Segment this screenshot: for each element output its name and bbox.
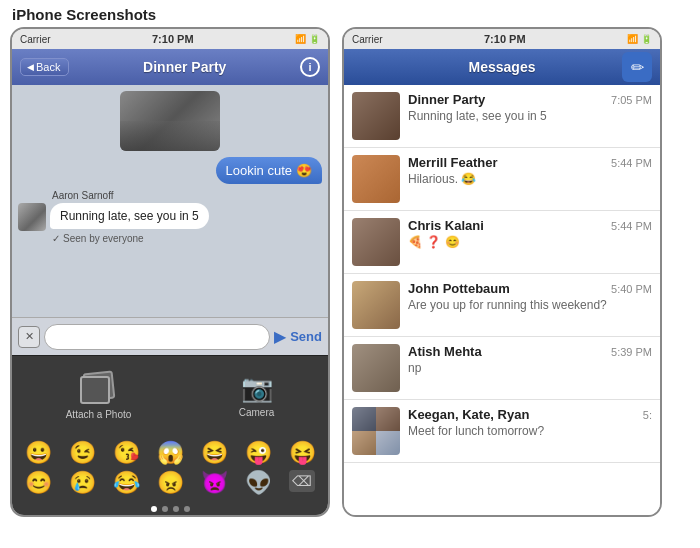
- wifi-icon: 📶: [295, 34, 306, 44]
- emoji-4[interactable]: 😱: [157, 440, 184, 466]
- avatar-image-4: [352, 281, 400, 329]
- page-dots: [12, 503, 328, 515]
- emoji-delete-button[interactable]: ⌫: [289, 470, 315, 492]
- emoji-7[interactable]: 😝: [289, 440, 316, 466]
- left-carrier: Carrier: [20, 34, 51, 45]
- av6-3: [352, 431, 376, 455]
- avatar-image-2: [352, 155, 400, 203]
- dot-4: [184, 506, 190, 512]
- clear-button[interactable]: ✕: [18, 326, 40, 348]
- camera-icon: 📷: [241, 373, 273, 404]
- right-time: 7:10 PM: [484, 33, 526, 45]
- msg-name-2: Merrill Feather: [408, 155, 498, 170]
- seen-text: Seen by everyone: [52, 233, 322, 244]
- avatar-image-1: [352, 92, 400, 140]
- emoji-tray: 😀 😉 😘 😱 😆 😜 😝 😊 😢 😂 😠 👿 👽 ⌫: [12, 435, 328, 503]
- emoji-10[interactable]: 😂: [113, 470, 140, 496]
- msg-header-4: John Pottebaum 5:40 PM: [408, 281, 652, 296]
- compose-button[interactable]: ✏: [622, 52, 652, 82]
- avatar-image: [18, 203, 46, 231]
- message-item-chris[interactable]: Chris Kalani 5:44 PM 🍕 ❓ 😊: [344, 211, 660, 274]
- avatar-keegan: [352, 407, 400, 455]
- input-bar: ✕ ▶ Send: [12, 317, 328, 355]
- send-arrow-icon[interactable]: ▶: [274, 327, 286, 346]
- msg-time-1: 7:05 PM: [611, 94, 652, 106]
- sender-avatar: [18, 203, 46, 231]
- msg-header-6: Keegan, Kate, Ryan 5:: [408, 407, 652, 422]
- msg-name-1: Dinner Party: [408, 92, 485, 107]
- av6-1: [352, 407, 376, 431]
- av6-4: [376, 431, 400, 455]
- emoji-13[interactable]: 👽: [245, 470, 272, 496]
- emoji-8[interactable]: 😊: [25, 470, 52, 496]
- message-item-dinner-party[interactable]: Dinner Party 7:05 PM Running late, see y…: [344, 85, 660, 148]
- message-item-atish[interactable]: Atish Mehta 5:39 PM np: [344, 337, 660, 400]
- photo-stack-front: [80, 376, 110, 404]
- msg-content-1: Dinner Party 7:05 PM Running late, see y…: [408, 92, 652, 123]
- left-nav-bar: Back Dinner Party i: [12, 49, 328, 85]
- right-nav-title: Messages: [469, 59, 536, 75]
- msg-name-6: Keegan, Kate, Ryan: [408, 407, 529, 422]
- left-bubble: Running late, see you in 5: [50, 203, 209, 229]
- dot-3: [173, 506, 179, 512]
- msg-preview-4: Are you up for running this weekend?: [408, 298, 652, 312]
- msg-content-3: Chris Kalani 5:44 PM 🍕 ❓ 😊: [408, 218, 652, 249]
- sender-name: Aaron Sarnoff: [52, 190, 322, 201]
- msg-time-2: 5:44 PM: [611, 157, 652, 169]
- right-bubble-emoji: 😍: [296, 163, 312, 178]
- msg-time-4: 5:40 PM: [611, 283, 652, 295]
- msg-content-2: Merrill Feather 5:44 PM Hilarious. 😂: [408, 155, 652, 186]
- left-status-bar: Carrier 7:10 PM 📶 🔋: [12, 29, 328, 49]
- msg-header-1: Dinner Party 7:05 PM: [408, 92, 652, 107]
- msg-time-6: 5:: [643, 409, 652, 421]
- msg-content-5: Atish Mehta 5:39 PM np: [408, 344, 652, 375]
- emoji-1[interactable]: 😀: [25, 440, 52, 466]
- media-tray: Attach a Photo 📷 Camera: [12, 355, 328, 435]
- dot-1: [151, 506, 157, 512]
- info-button[interactable]: i: [300, 57, 320, 77]
- emoji-2[interactable]: 😉: [69, 440, 96, 466]
- right-nav-bar: Messages ✏: [344, 49, 660, 85]
- msg-content-6: Keegan, Kate, Ryan 5: Meet for lunch tom…: [408, 407, 652, 438]
- emoji-12[interactable]: 👿: [201, 470, 228, 496]
- back-button[interactable]: Back: [20, 58, 69, 76]
- msg-preview-5: np: [408, 361, 652, 375]
- camera-item[interactable]: 📷 Camera: [239, 373, 275, 418]
- msg-preview-3: 🍕 ❓ 😊: [408, 235, 652, 249]
- msg-header-2: Merrill Feather 5:44 PM: [408, 155, 652, 170]
- right-iphone-frame: Carrier 7:10 PM 📶 🔋 Messages ✏ Dinn: [342, 27, 662, 517]
- attach-photo-label: Attach a Photo: [66, 409, 132, 420]
- left-message-row: Running late, see you in 5: [18, 203, 322, 231]
- left-iphone-frame: Carrier 7:10 PM 📶 🔋 Back Dinner Party i …: [10, 27, 330, 517]
- photo-thumbnail: [120, 91, 220, 151]
- emoji-9[interactable]: 😢: [69, 470, 96, 496]
- emoji-row-2: 😊 😢 😂 😠 👿 👽 ⌫: [16, 470, 324, 496]
- msg-time-5: 5:39 PM: [611, 346, 652, 358]
- right-carrier: Carrier: [352, 34, 383, 45]
- avatar-image-5: [352, 344, 400, 392]
- message-item-merrill[interactable]: Merrill Feather 5:44 PM Hilarious. 😂: [344, 148, 660, 211]
- avatar-dinner-party: [352, 92, 400, 140]
- right-wifi-icon: 📶: [627, 34, 638, 44]
- attach-photo-item[interactable]: Attach a Photo: [66, 372, 132, 420]
- msg-name-5: Atish Mehta: [408, 344, 482, 359]
- message-input[interactable]: [44, 324, 270, 350]
- camera-label: Camera: [239, 407, 275, 418]
- emoji-11[interactable]: 😠: [157, 470, 184, 496]
- chat-area: Lookin cute 😍 Aaron Sarnoff Running late…: [12, 85, 328, 317]
- right-status-bar: Carrier 7:10 PM 📶 🔋: [344, 29, 660, 49]
- dot-2: [162, 506, 168, 512]
- emoji-5[interactable]: 😆: [201, 440, 228, 466]
- emoji-3[interactable]: 😘: [113, 440, 140, 466]
- emoji-row-1: 😀 😉 😘 😱 😆 😜 😝: [16, 440, 324, 466]
- msg-preview-1: Running late, see you in 5: [408, 109, 652, 123]
- message-item-john[interactable]: John Pottebaum 5:40 PM Are you up for ru…: [344, 274, 660, 337]
- message-item-keegan[interactable]: Keegan, Kate, Ryan 5: Meet for lunch tom…: [344, 400, 660, 463]
- battery-icon: 🔋: [309, 34, 320, 44]
- right-bubble: Lookin cute 😍: [216, 157, 323, 184]
- left-time: 7:10 PM: [152, 33, 194, 45]
- send-button[interactable]: Send: [290, 329, 322, 344]
- left-status-icons: 📶 🔋: [295, 34, 320, 44]
- emoji-6[interactable]: 😜: [245, 440, 272, 466]
- photo-stack-icon: [80, 372, 118, 406]
